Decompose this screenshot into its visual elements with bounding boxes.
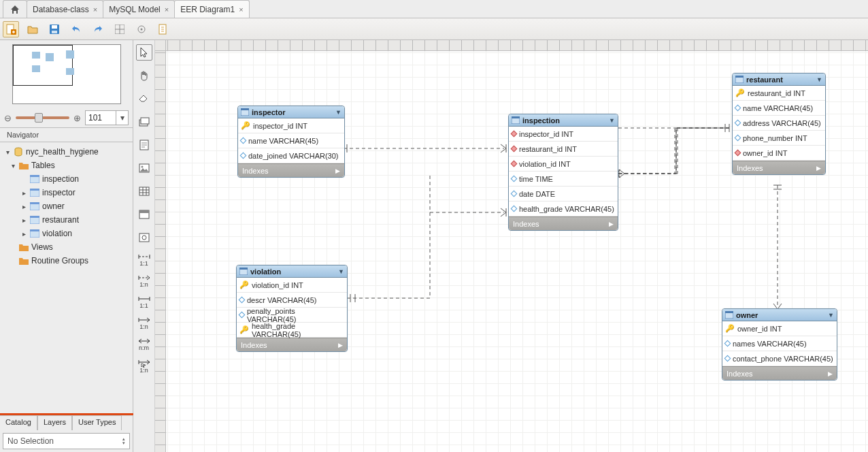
tab-home[interactable]: [3, 0, 27, 18]
grid-settings-button[interactable]: [112, 21, 128, 37]
entity-column[interactable]: inspector_id INT: [509, 127, 618, 142]
tree-schema[interactable]: ▾ nyc_health_hygiene: [1, 145, 131, 159]
entity-column[interactable]: 🔑violation_id INT: [237, 278, 347, 293]
entity-column[interactable]: 🔑restaurant_id INT: [733, 86, 825, 101]
entity-column[interactable]: restaurant_id INT: [509, 142, 618, 157]
expand-icon[interactable]: ▾: [10, 162, 16, 170]
diagram-overview-thumbnail[interactable]: [12, 44, 121, 104]
close-icon[interactable]: ×: [93, 5, 97, 14]
collapse-icon[interactable]: ▼: [828, 312, 834, 319]
collapse-icon[interactable]: ▼: [609, 117, 615, 124]
tool-hand[interactable]: [136, 67, 152, 84]
zoom-out-icon[interactable]: ⊖: [4, 113, 12, 123]
tree-table-inspection[interactable]: ▸inspection: [1, 172, 131, 186]
indexes-group[interactable]: Indexes▶: [733, 161, 825, 174]
collapse-icon[interactable]: ▼: [816, 76, 822, 83]
export-button[interactable]: [155, 21, 171, 37]
tab-user-types[interactable]: User Types: [72, 415, 122, 430]
indexes-group[interactable]: Indexes▶: [509, 216, 618, 230]
entity-column[interactable]: time TIME: [509, 172, 618, 187]
tool-rel-existing[interactable]: 1:n: [137, 358, 151, 374]
expand-icon[interactable]: ▸: [20, 189, 27, 197]
tree-routines-group[interactable]: ▸ Routine Groups: [1, 254, 131, 268]
entity-header[interactable]: restaurant▼: [733, 74, 825, 86]
align-button[interactable]: [133, 21, 150, 37]
tool-view[interactable]: [136, 206, 152, 223]
zoom-slider[interactable]: [16, 116, 69, 119]
open-file-button[interactable]: [24, 21, 41, 37]
tab-mysql-model[interactable]: MySQL Model ×: [103, 0, 175, 18]
entity-column[interactable]: 🔑inspector_id INT: [238, 118, 344, 133]
tab-eer-diagram[interactable]: EER Diagram1 ×: [174, 0, 249, 18]
expand-icon[interactable]: ▶: [609, 221, 614, 227]
entity-column[interactable]: name VARCHAR(45): [733, 101, 825, 116]
expand-icon[interactable]: ▸: [20, 230, 27, 238]
expand-icon[interactable]: ▸: [20, 216, 27, 224]
tool-routine[interactable]: [136, 229, 152, 246]
save-button[interactable]: [46, 21, 63, 37]
tree-table-restaurant[interactable]: ▸restaurant: [1, 213, 131, 227]
tool-image[interactable]: [136, 160, 152, 176]
tree-table-violation[interactable]: ▸violation: [1, 227, 131, 240]
entity-column[interactable]: phone_number INT: [733, 131, 825, 146]
tool-eraser[interactable]: [136, 91, 152, 107]
entity-column[interactable]: date_joined VARCHAR(30): [238, 148, 344, 163]
entity-column[interactable]: owner_id INT: [733, 146, 825, 161]
new-file-button[interactable]: [3, 21, 19, 37]
expand-icon[interactable]: ▸: [20, 203, 27, 210]
entity-violation[interactable]: violation▼🔑violation_id INTdescr VARCHAR…: [236, 265, 348, 352]
indexes-group[interactable]: Indexes▶: [237, 338, 347, 351]
entity-column[interactable]: violation_id INT: [509, 157, 618, 172]
tree-tables-group[interactable]: ▾ Tables: [1, 159, 131, 172]
entity-column[interactable]: 🔑health_grade VARCHAR(45): [237, 323, 347, 338]
entity-column[interactable]: name VARCHAR(45): [238, 133, 344, 148]
indexes-group[interactable]: Indexes▶: [238, 163, 344, 177]
tool-rel-1-1-id[interactable]: 1:1: [137, 295, 151, 309]
entity-column[interactable]: 🔑owner_id INT: [722, 321, 837, 336]
entity-header[interactable]: owner▼: [722, 309, 837, 321]
entity-header[interactable]: inspection▼: [509, 114, 618, 127]
tool-rel-1-n-nonid[interactable]: 1:n: [137, 274, 151, 288]
collapse-icon[interactable]: ▼: [338, 268, 344, 275]
tool-table[interactable]: [136, 183, 152, 199]
expand-icon[interactable]: ▶: [335, 167, 340, 174]
entity-column[interactable]: date DATE: [509, 187, 618, 201]
entity-owner[interactable]: owner▼🔑owner_id INTnames VARCHAR(45)cont…: [722, 308, 837, 381]
tree-table-owner[interactable]: ▸owner: [1, 199, 131, 213]
entity-column[interactable]: contact_phone VARCHAR(45): [722, 351, 837, 366]
tab-database-class[interactable]: Database-class ×: [27, 0, 103, 18]
close-icon[interactable]: ×: [165, 5, 169, 14]
entity-column[interactable]: names VARCHAR(45): [722, 336, 837, 351]
entity-restaurant[interactable]: restaurant▼🔑restaurant_id INTname VARCHA…: [732, 73, 826, 175]
tool-pointer[interactable]: [136, 44, 152, 61]
zoom-in-icon[interactable]: ⊕: [73, 113, 81, 123]
entity-header[interactable]: inspector▼: [238, 106, 344, 118]
tree-views-group[interactable]: ▸ Views: [1, 240, 131, 254]
tool-note[interactable]: [136, 137, 152, 153]
tool-rel-1-1-nonid[interactable]: 1:1: [137, 253, 151, 267]
navigator-tab[interactable]: Navigator: [0, 131, 46, 139]
tool-rel-n-m[interactable]: n:m: [137, 337, 151, 351]
entity-inspector[interactable]: inspector▼🔑inspector_id INTname VARCHAR(…: [237, 106, 345, 178]
entity-column[interactable]: health_grade VARCHAR(45): [509, 201, 618, 216]
tab-catalog[interactable]: Catalog: [0, 415, 37, 430]
undo-button[interactable]: [68, 21, 84, 37]
entity-column[interactable]: penalty_points VARCHAR(45): [237, 308, 347, 323]
entity-column[interactable]: address VARCHAR(45): [733, 116, 825, 131]
entity-column[interactable]: descr VARCHAR(45): [237, 293, 347, 308]
expand-icon[interactable]: ▾: [4, 148, 11, 156]
diagram-canvas[interactable]: inspector▼🔑inspector_id INTname VARCHAR(…: [155, 40, 868, 452]
tree-table-inspector[interactable]: ▸inspector: [1, 186, 131, 199]
expand-icon[interactable]: ▶: [816, 165, 821, 172]
selection-dropdown[interactable]: No Selection ▴▾: [3, 433, 130, 449]
indexes-group[interactable]: Indexes▶: [722, 366, 837, 380]
expand-icon[interactable]: ▶: [338, 342, 343, 349]
tab-layers[interactable]: Layers: [37, 415, 72, 430]
zoom-value-input[interactable]: 101: [85, 110, 116, 125]
close-icon[interactable]: ×: [239, 5, 243, 14]
redo-button[interactable]: [90, 21, 106, 37]
zoom-dropdown[interactable]: ▾: [116, 110, 129, 125]
collapse-icon[interactable]: ▼: [335, 109, 341, 116]
entity-inspection[interactable]: inspection▼inspector_id INTrestaurant_id…: [508, 114, 618, 231]
expand-icon[interactable]: ▶: [828, 370, 833, 377]
